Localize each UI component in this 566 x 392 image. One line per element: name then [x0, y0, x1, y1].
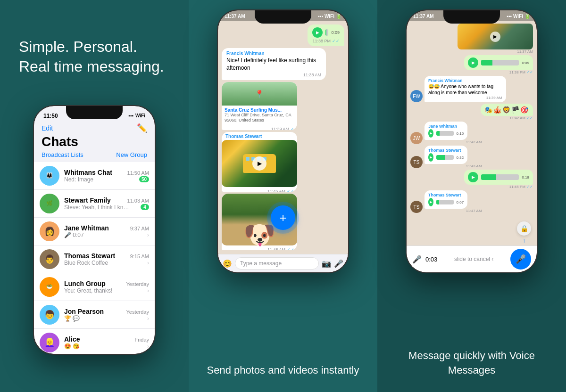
wifi-icon-3: WiFi: [513, 14, 523, 19]
right-meta: 11:37 AM: [458, 49, 533, 54]
status-time-1: 11:50: [43, 113, 58, 119]
mic-fab-button[interactable]: 🎤: [510, 249, 531, 270]
play-button[interactable]: ▶: [428, 153, 433, 162]
list-item[interactable]: 👦 Jon Pearson Yesterday 🏆 💬 ›: [34, 301, 155, 329]
top-status-right-3: ▪▪▪ WiFi 🔋: [507, 14, 530, 19]
check-icon: ✓: [291, 127, 294, 130]
camera-icon[interactable]: 📷: [322, 259, 331, 268]
audio-duration: 0:07: [457, 200, 464, 204]
list-item[interactable]: 👩 Jane Whitman 9:37 AM 🎤 0:07 ›: [34, 218, 155, 245]
avatar: 👦: [40, 305, 59, 325]
middle-panel: 11:37 AM ▪▪▪ WiFi 🔋 ▶ 0:09: [189, 0, 377, 392]
right-messages: ▶ 11:37 AM ▶ 0:09: [407, 21, 537, 245]
avatar: 👨‍👩‍👦: [40, 166, 59, 186]
arrow-up-icon: ↑: [523, 237, 525, 244]
top-time-3: 11:37 AM: [413, 14, 434, 19]
right-msg-incoming: TS Thomas Stewart ▶ 0:07: [410, 190, 533, 213]
check-icon: ✓✓: [287, 189, 294, 192]
mic-icon[interactable]: 🎤: [334, 259, 343, 268]
tram-window: [246, 157, 250, 161]
video-thumb-right: ▶: [458, 24, 533, 49]
audio-bubble: ▶ 0:15: [428, 129, 464, 138]
mic-fab-icon: 🎤: [516, 254, 526, 264]
video-message: Thomas Stewart ▶ 11:45 AM: [222, 132, 297, 192]
msg-sender: Thomas Stewart: [222, 132, 297, 139]
status-icons-1: ▪▪▪ WiFi: [128, 113, 145, 118]
list-item[interactable]: 👱‍♀️ Alice Friday 😍 😘 ›: [34, 329, 155, 354]
location-pin-icon: 📍: [255, 90, 264, 98]
right-meta: 11:45 PM ✓✓: [464, 185, 533, 189]
avatar: 🥗: [40, 277, 59, 297]
chat-name: Jane Whitman: [64, 224, 109, 232]
list-item[interactable]: 🌿 Stewart Family 11:03 AM Steve: Yeah, I…: [34, 190, 155, 218]
chat-name: Alice: [64, 335, 80, 343]
chat-name: Lunch Group: [64, 280, 106, 287]
play-overlay[interactable]: ▶: [252, 156, 266, 171]
chat-info: Lunch Group Yesterday You: Great, thanks…: [64, 280, 149, 294]
video-message-right: ▶ 11:37 AM: [458, 24, 533, 54]
check-icon: ✓✓: [526, 70, 533, 74]
mic-recording-icon: 🎤: [412, 255, 422, 264]
waveform: [436, 155, 454, 160]
right-time: 11:45 PM: [509, 185, 525, 189]
check-icon: ✓✓: [526, 116, 533, 120]
play-icon[interactable]: ▶: [490, 32, 500, 42]
chat-preview: Ned: Image: [64, 176, 93, 183]
chat-time: Yesterday: [126, 309, 149, 315]
right-sender: Thomas Stewart: [428, 148, 464, 153]
add-fab[interactable]: +: [271, 205, 295, 230]
play-button[interactable]: ▶: [428, 129, 433, 138]
message-bubble: ▶ 0:09 11:38 PM ✓✓: [308, 24, 344, 46]
input-bar: 😊 Type a message 📷 🎤: [218, 254, 348, 272]
check-icon: ✓✓: [526, 185, 533, 189]
play-button[interactable]: ▶: [312, 27, 323, 38]
check-icon: ✓✓: [332, 39, 340, 43]
chevron-icon: ›: [147, 315, 149, 322]
right-text: 😅😅 Anyone who wants to tag along is more…: [428, 83, 502, 96]
play-button[interactable]: ▶: [468, 57, 478, 68]
chat-name: Jon Pearson: [64, 308, 104, 315]
signal-icon-3: ▪▪▪: [507, 14, 512, 19]
audio-bubble: ▶ 0:09: [468, 57, 529, 68]
audio-bubble-jane: Jane Whitman ▶ 0:15 11:42 AM: [424, 122, 482, 144]
notch-3: [443, 10, 500, 24]
broadcast-lists-link[interactable]: Broadcast Lists: [42, 151, 83, 158]
list-item[interactable]: 👨‍👩‍👦 Whitmans Chat 11:50 AM Ned: Image …: [34, 162, 155, 190]
play-button[interactable]: ▶: [428, 198, 433, 206]
audio-duration: 0:18: [522, 175, 529, 180]
screen-1: 11:50 ▪▪▪ WiFi Edit ✏️ Chats Broadcast L…: [34, 106, 155, 354]
right-meta: 11:42 AM ✓✓: [481, 116, 533, 120]
msg-meta: 11:39 AM ✓: [222, 126, 297, 130]
chat-preview: You: Great, thanks!: [64, 287, 112, 294]
audio-bubble: ▶ 0:18: [468, 172, 529, 182]
list-item[interactable]: 🥗 Lunch Group Yesterday You: Great, than…: [34, 273, 155, 301]
check-icon: ✓✓: [287, 247, 294, 250]
chat-info: Alice Friday 😍 😘 ›: [64, 335, 149, 350]
notch: [66, 106, 123, 119]
mini-avatar: JW: [410, 132, 423, 144]
right-bubble: Thomas Stewart ▶ 0:32: [424, 146, 467, 164]
right-bubble: Jane Whitman ▶ 0:15: [424, 122, 467, 140]
right-meta: 11:39 AM: [428, 96, 502, 100]
chat-preview: Steve: Yeah, I think I know...: [64, 204, 130, 211]
right-meta: 11:43 AM: [424, 164, 482, 168]
emoji-icon[interactable]: 😊: [223, 259, 232, 268]
message-input[interactable]: Type a message: [235, 257, 319, 270]
video-thumbnail: ▶: [222, 140, 297, 187]
text-bubble-right: Francis Whitman 😅😅 Anyone who wants to t…: [424, 76, 533, 102]
new-group-link[interactable]: New Group: [116, 151, 147, 158]
lock-icon-container: 🔒 ↑: [517, 221, 531, 244]
right-caption-text: Message quickly with Voice Messages: [408, 350, 535, 376]
msg-time: 11:38 PM: [312, 39, 331, 43]
mini-avatar: TS: [410, 156, 423, 168]
wifi-icon-2: WiFi: [325, 14, 334, 19]
battery-icon-3: 🔋: [524, 14, 530, 19]
chats-header: Edit ✏️ Chats Broadcast Lists New Group: [34, 121, 155, 162]
edit-button[interactable]: Edit: [42, 124, 53, 132]
right-time: 11:38 PM: [509, 70, 525, 74]
compose-icon[interactable]: ✏️: [137, 123, 147, 133]
chat-time: Yesterday: [126, 281, 149, 287]
right-sender: Francis Whitman: [428, 78, 502, 83]
list-item[interactable]: 👨 Thomas Stewart 9:15 AM Blue Rock Coffe…: [34, 245, 155, 273]
play-button[interactable]: ▶: [468, 172, 478, 182]
